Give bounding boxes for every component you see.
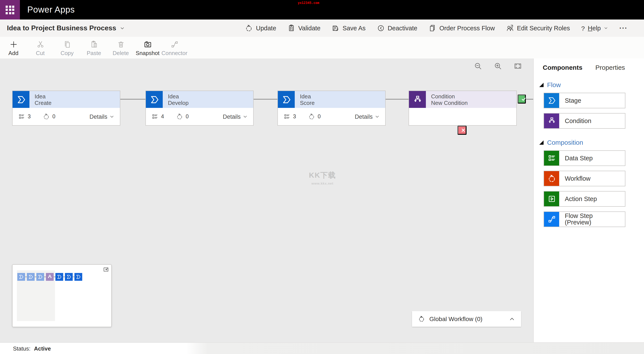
- stage-header: Idea Create: [12, 91, 120, 108]
- power-apps-window: Power Apps yx12345.com Idea to Project B…: [0, 0, 644, 354]
- data-step-count: 3: [284, 113, 296, 120]
- minimap-stage-node: [17, 273, 25, 281]
- stage-header: Idea Develop: [146, 91, 253, 108]
- waffle-icon: [6, 6, 14, 14]
- process-title: Idea to Project Business Process: [7, 24, 116, 32]
- app-launcher-waffle-button[interactable]: [0, 0, 20, 20]
- data-step-icon: [152, 113, 158, 120]
- watermark-url: www.kkx.net: [303, 182, 342, 186]
- stage-name: Score: [300, 99, 315, 106]
- main-area: Idea Create 3 0 Details: [0, 59, 644, 342]
- collapse-triangle-icon: [539, 83, 544, 87]
- details-toggle[interactable]: Details: [223, 113, 248, 120]
- zoom-out-icon[interactable]: [474, 62, 482, 70]
- data-step-icon: [18, 113, 25, 120]
- edit-toolbar: Add Cut Copy Paste: [0, 37, 644, 59]
- minimap-collapse-icon[interactable]: [103, 266, 109, 273]
- sync-icon: [245, 24, 253, 32]
- details-toggle[interactable]: Details: [89, 113, 114, 120]
- condition-node-new-condition[interactable]: Condition New Condition: [408, 91, 517, 126]
- status-value: Active: [34, 345, 51, 351]
- tab-components[interactable]: Components: [543, 64, 582, 71]
- update-button[interactable]: Update: [245, 24, 276, 32]
- section-flow[interactable]: Flow: [539, 81, 644, 88]
- delete-button: Delete: [107, 37, 134, 59]
- stage-icon: [278, 91, 295, 108]
- delete-condition-button[interactable]: [458, 126, 466, 135]
- deactivate-button[interactable]: Deactivate: [377, 24, 417, 32]
- component-flow-step[interactable]: Flow Step (Preview): [544, 212, 626, 227]
- workflow-count: 0: [43, 113, 56, 120]
- stage-icon: [12, 91, 30, 108]
- validate-button[interactable]: Validate: [288, 24, 320, 32]
- stage-node-idea-develop[interactable]: Idea Develop 4 0 Details: [146, 91, 254, 126]
- connector-line: [526, 99, 533, 99]
- minimap-stage-node: [27, 273, 34, 281]
- help-icon: ?: [581, 25, 585, 32]
- global-workflow-bar[interactable]: Global Workflow (0): [412, 311, 521, 327]
- action-step-icon: [544, 192, 559, 206]
- data-step-icon: [544, 151, 559, 165]
- suite-bar: Power Apps yx12345.com: [0, 0, 644, 20]
- status-label: Status:: [13, 345, 30, 351]
- stage-node-idea-score[interactable]: Idea Score 3 0 Details: [278, 91, 386, 126]
- chevron-down-icon: [604, 26, 608, 30]
- snapshot-button[interactable]: Snapshot: [134, 37, 161, 59]
- people-icon: [506, 24, 514, 32]
- chevron-up-icon[interactable]: [509, 316, 515, 322]
- workflow-icon: [418, 315, 425, 322]
- stage-icon: [146, 91, 163, 108]
- process-title-dropdown[interactable]: Idea to Project Business Process: [7, 24, 124, 32]
- minimap-condition-node: [46, 273, 54, 281]
- condition-header: Condition New Condition: [409, 91, 516, 108]
- data-step-icon: [284, 113, 290, 120]
- workflow-count: 0: [176, 113, 189, 120]
- add-button[interactable]: Add: [0, 37, 27, 59]
- component-condition[interactable]: Condition: [544, 113, 626, 129]
- plus-icon: [9, 40, 18, 48]
- process-canvas[interactable]: Idea Create 3 0 Details: [0, 59, 533, 342]
- app-name: Power Apps: [27, 5, 75, 15]
- stage-entity: Idea: [168, 93, 188, 99]
- edit-security-roles-button[interactable]: Edit Security Roles: [506, 24, 570, 32]
- condition-icon: [409, 91, 426, 108]
- component-data-step[interactable]: Data Step: [544, 150, 626, 166]
- details-toggle[interactable]: Details: [355, 113, 380, 120]
- minimap[interactable]: [12, 264, 112, 327]
- connector-line: [386, 99, 408, 99]
- workflow-icon: [544, 171, 559, 186]
- order-process-flow-button[interactable]: Order Process Flow: [428, 24, 495, 32]
- section-composition[interactable]: Composition: [539, 139, 644, 146]
- condition-name: New Condition: [431, 99, 468, 106]
- condition-icon: [544, 113, 559, 128]
- copy-button: Copy: [54, 37, 80, 59]
- connector-line: [120, 99, 146, 99]
- workflow-icon: [176, 113, 183, 120]
- stage-entity: Idea: [34, 93, 52, 99]
- stage-node-idea-create[interactable]: Idea Create 3 0 Details: [12, 91, 120, 126]
- component-stage[interactable]: Stage: [544, 93, 626, 108]
- checklist-icon: [288, 24, 295, 32]
- paste-button: Paste: [80, 37, 107, 59]
- component-action-step[interactable]: Action Step: [544, 191, 626, 207]
- minimap-nodes: [17, 273, 82, 281]
- stage-entity: Idea: [300, 93, 315, 99]
- confirm-condition-button[interactable]: [518, 94, 526, 104]
- workflow-icon: [308, 113, 315, 120]
- paste-icon: [90, 40, 98, 48]
- collapse-triangle-icon: [539, 140, 544, 144]
- component-workflow[interactable]: Workflow: [544, 171, 626, 186]
- connector-icon: [170, 40, 178, 48]
- cut-button: Cut: [27, 37, 54, 59]
- tab-properties[interactable]: Properties: [595, 64, 625, 71]
- minimap-stage-node: [65, 273, 73, 281]
- zoom-in-icon[interactable]: [494, 62, 502, 70]
- save-as-button[interactable]: Save As: [332, 24, 366, 32]
- chevron-down-icon: [375, 114, 380, 119]
- fit-to-canvas-icon[interactable]: [514, 62, 522, 70]
- more-commands-button[interactable]: ···: [619, 24, 628, 32]
- help-menu-button[interactable]: ? Help: [581, 25, 608, 32]
- stage-name: Create: [34, 99, 52, 106]
- chevron-down-icon: [243, 114, 248, 119]
- stage-icon: [544, 93, 559, 108]
